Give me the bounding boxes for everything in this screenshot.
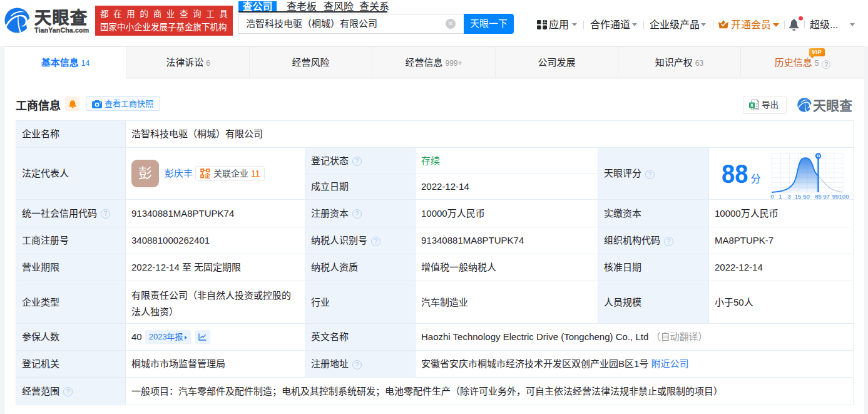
svg-text:85: 85	[815, 193, 822, 199]
svg-text:97: 97	[823, 193, 830, 199]
svg-text:15: 15	[795, 193, 802, 199]
svg-text:50: 50	[803, 193, 810, 199]
svg-text:3: 3	[787, 193, 790, 199]
svg-text:99: 99	[832, 193, 839, 199]
svg-text:1: 1	[779, 193, 782, 199]
svg-text:100: 100	[839, 193, 849, 199]
svg-text:企: 企	[204, 172, 210, 179]
svg-text:0: 0	[770, 193, 774, 199]
